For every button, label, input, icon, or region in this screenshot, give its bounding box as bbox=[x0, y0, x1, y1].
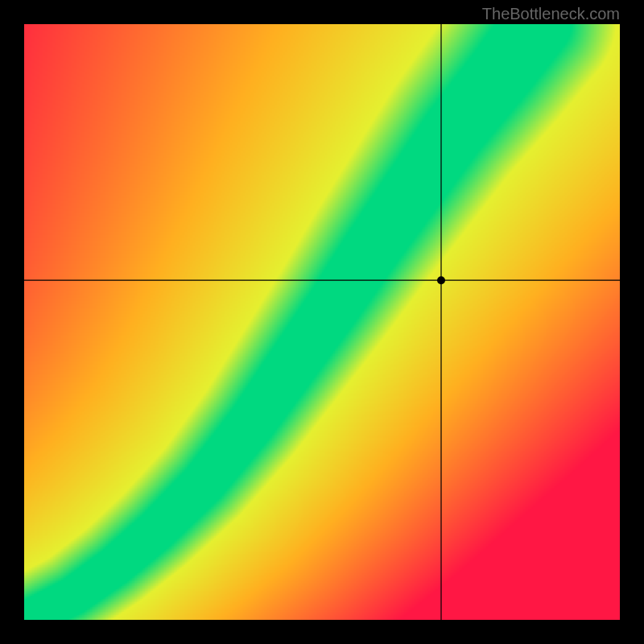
bottleneck-heatmap-chart bbox=[24, 24, 620, 620]
heatmap-canvas bbox=[24, 24, 620, 620]
watermark-text: TheBottleneck.com bbox=[482, 5, 620, 23]
